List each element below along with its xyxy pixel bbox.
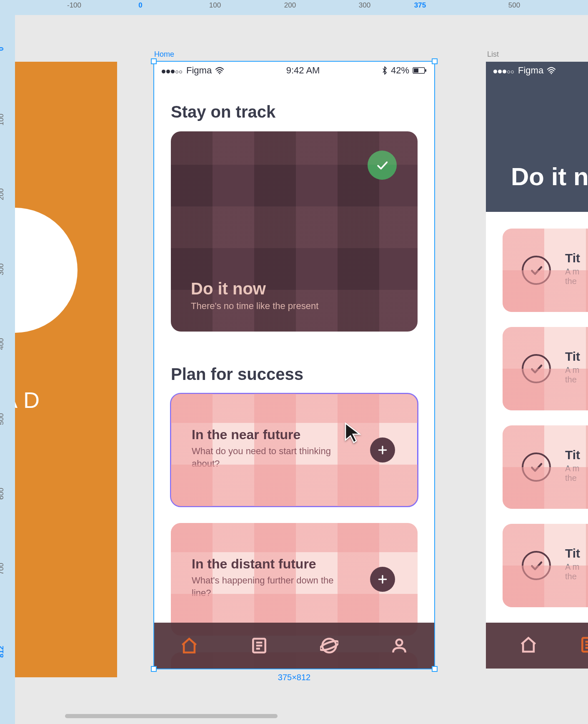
splash-circle bbox=[15, 208, 78, 333]
list-item-subtitle: A mthe bbox=[565, 365, 580, 385]
ruler-tick: 375 bbox=[414, 1, 426, 10]
plan-card[interactable]: In the near future What do you need to s… bbox=[171, 394, 418, 506]
signal-dots-icon bbox=[493, 65, 515, 76]
tab-home[interactable] bbox=[519, 636, 538, 656]
list-item[interactable]: Tit A mthe bbox=[503, 524, 588, 607]
ruler-vertical[interactable]: 0100200300400500600700812 bbox=[0, 15, 15, 724]
list-item-subtitle: A mthe bbox=[565, 267, 580, 286]
check-circle-icon[interactable] bbox=[522, 354, 551, 383]
ruler-tick: 500 bbox=[508, 1, 520, 10]
ruler-tick: 700 bbox=[0, 563, 5, 575]
svg-rect-3 bbox=[425, 69, 426, 72]
section-title-stay-on-track: Stay on track bbox=[171, 103, 418, 121]
wifi-icon bbox=[547, 67, 556, 74]
check-circle-icon[interactable] bbox=[522, 452, 551, 482]
ruler-tick: 300 bbox=[359, 1, 370, 10]
ruler-tick: 0 bbox=[138, 1, 142, 10]
list-item-subtitle: A mthe bbox=[565, 464, 580, 483]
frame-splash-partial[interactable]: EAD bbox=[15, 62, 117, 677]
frame-label-home[interactable]: Home bbox=[154, 50, 174, 59]
battery-icon bbox=[413, 67, 427, 74]
frame-list-partial[interactable]: Do it n Figma Tit A mthe Tit A mthe bbox=[486, 62, 588, 669]
wifi-icon bbox=[215, 67, 224, 74]
ruler-tick: 600 bbox=[0, 488, 5, 500]
section-title-plan-for-success: Plan for success bbox=[171, 365, 418, 384]
tab-list[interactable] bbox=[247, 633, 272, 658]
plan-card-subtitle: What's happening further down the line? bbox=[192, 574, 338, 599]
list-header-title: Do it n bbox=[511, 162, 588, 191]
tab-explore[interactable] bbox=[317, 633, 342, 658]
svg-point-8 bbox=[551, 73, 552, 74]
check-circle-icon[interactable] bbox=[522, 256, 551, 285]
plan-card[interactable]: In the distant future What's happening f… bbox=[171, 523, 418, 636]
add-button[interactable] bbox=[370, 567, 395, 592]
horizontal-scrollbar[interactable] bbox=[65, 714, 278, 718]
hero-subtitle: There's no time like the present bbox=[191, 301, 318, 312]
splash-partial-text: EAD bbox=[15, 387, 45, 413]
list-item-title: Tit bbox=[565, 448, 580, 462]
list-item[interactable]: Tit A mthe bbox=[503, 327, 588, 410]
tab-bar bbox=[486, 623, 588, 669]
hero-card-do-it-now[interactable]: Do it now There's no time like the prese… bbox=[171, 131, 418, 332]
status-bar: Figma 9:42 AM 42% bbox=[154, 62, 434, 78]
tab-list[interactable] bbox=[579, 636, 588, 656]
selection-dimensions: 375×812 bbox=[154, 673, 434, 682]
signal-dots-icon bbox=[162, 65, 183, 76]
plan-card-subtitle: What do you need to start thinking about… bbox=[192, 445, 338, 470]
ruler-tick: 200 bbox=[0, 189, 5, 200]
svg-rect-2 bbox=[414, 68, 418, 73]
list-item[interactable]: Tit A mthe bbox=[503, 229, 588, 312]
cursor-icon bbox=[344, 422, 362, 445]
carrier-label: Figma bbox=[518, 65, 543, 76]
ruler-tick: 400 bbox=[0, 338, 5, 350]
frame-home[interactable]: Figma 9:42 AM 42% Stay on track bbox=[154, 62, 434, 669]
list-item-title: Tit bbox=[565, 546, 580, 561]
battery-percent: 42% bbox=[391, 65, 409, 76]
ruler-corner bbox=[0, 0, 15, 15]
ruler-tick: 100 bbox=[0, 114, 5, 126]
ruler-tick: 200 bbox=[284, 1, 296, 10]
list-item-title: Tit bbox=[565, 349, 580, 364]
carrier-label: Figma bbox=[186, 65, 212, 76]
hero-title: Do it now bbox=[191, 279, 318, 298]
list-item[interactable]: Tit A mthe bbox=[503, 425, 588, 509]
check-badge-icon bbox=[368, 151, 397, 180]
svg-point-7 bbox=[396, 639, 403, 646]
ruler-tick: -100 bbox=[67, 1, 81, 10]
list-item-title: Tit bbox=[565, 251, 580, 265]
frame-label-list[interactable]: List bbox=[487, 50, 499, 59]
bluetooth-icon bbox=[382, 66, 388, 75]
ruler-tick: 100 bbox=[209, 1, 221, 10]
list-item-subtitle: A mthe bbox=[565, 562, 580, 581]
ruler-tick: 0 bbox=[0, 47, 5, 51]
svg-point-0 bbox=[219, 73, 220, 74]
tab-home[interactable] bbox=[177, 633, 202, 658]
ruler-horizontal[interactable]: -1000100200300375500 bbox=[15, 0, 588, 15]
add-button[interactable] bbox=[370, 437, 395, 463]
tab-bar bbox=[154, 623, 434, 669]
ruler-tick: 812 bbox=[0, 646, 5, 658]
ruler-tick: 300 bbox=[0, 264, 5, 275]
plan-card-title: In the distant future bbox=[192, 556, 338, 572]
list-header: Do it n bbox=[486, 62, 588, 212]
status-time: 9:42 AM bbox=[286, 65, 320, 76]
tab-profile[interactable] bbox=[387, 633, 412, 658]
plan-card-title: In the near future bbox=[192, 427, 338, 442]
design-canvas[interactable]: EAD Home 375×812 Figma 9:42 AM 42% bbox=[15, 15, 588, 724]
check-circle-icon[interactable] bbox=[522, 551, 551, 580]
ruler-tick: 500 bbox=[0, 413, 5, 425]
